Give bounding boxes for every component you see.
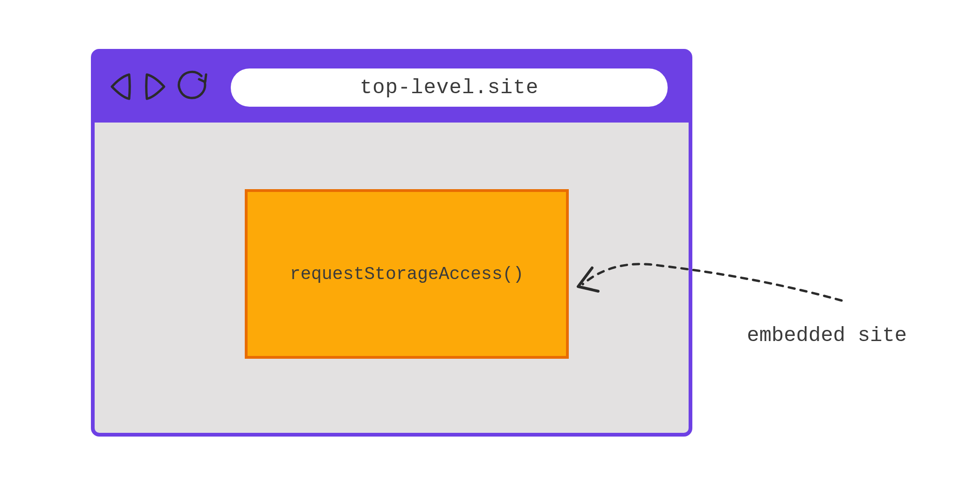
address-bar[interactable]: top-level.site: [231, 68, 668, 107]
browser-toolbar: top-level.site: [95, 53, 689, 123]
forward-icon: [142, 72, 167, 104]
embedded-api-call: requestStorageAccess(): [290, 264, 524, 284]
annotation-arrow: [571, 247, 860, 308]
nav-icons-group: [109, 70, 209, 105]
back-icon: [109, 72, 134, 104]
address-url: top-level.site: [360, 76, 539, 99]
annotation-label: embedded site: [747, 324, 907, 347]
browser-window: top-level.site requestStorageAccess(): [91, 49, 692, 437]
refresh-icon: [176, 70, 209, 105]
embedded-site-frame: requestStorageAccess(): [245, 189, 569, 359]
